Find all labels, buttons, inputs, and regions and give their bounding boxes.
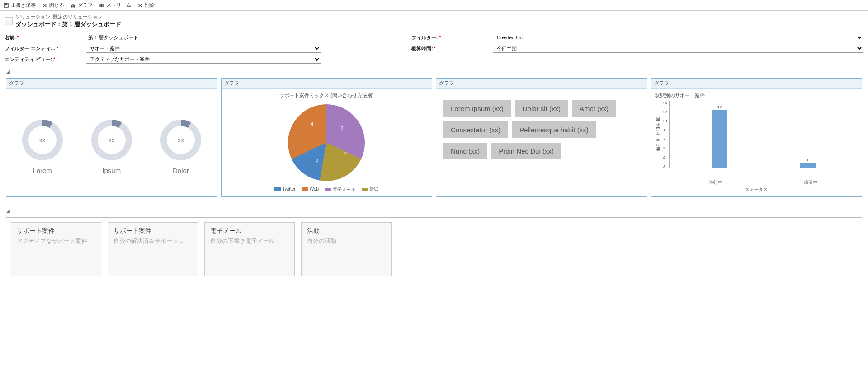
bar-value: 1 [807, 158, 809, 162]
stream-button[interactable]: ストリーム [99, 2, 131, 9]
chart-tile-donuts[interactable]: グラフ xx Lorem xx Ipsum xx Dolor [6, 78, 217, 197]
dashboard-name: 第 1 層ダッシュボード [62, 21, 121, 28]
bar [712, 110, 727, 168]
filter-select[interactable]: Created On [493, 33, 863, 42]
dashboard-canvas: ◢ グラフ xx Lorem xx Ipsum [0, 68, 868, 300]
tag-item[interactable]: Nunc (xx) [443, 143, 487, 159]
stream-label: ストリーム [106, 2, 131, 9]
tile-header: グラフ [651, 79, 862, 89]
donut-item: xx Lorem [22, 120, 63, 174]
stream-card[interactable]: サポート案件 アクティブなサポート案件 [11, 222, 101, 276]
solution-name: 既定のソリューション [53, 14, 103, 19]
chart-tile-pie[interactable]: グラフ サポート案件ミックス (問い合わせ方法別) 4 3 2 4 Twitte… [221, 78, 433, 197]
section-collapse-handle[interactable]: ◢ [3, 68, 865, 75]
svg-rect-4 [74, 5, 75, 7]
donut-item: xx Dolor [160, 120, 201, 174]
x-axis-label: ステータス [655, 187, 859, 193]
card-title: 活動 [307, 227, 386, 235]
tag-item[interactable]: Pellentesque habit (xx) [512, 121, 596, 138]
filter-entity-label: フィルター エンティ…* [5, 45, 81, 52]
chart-label: グラフ [78, 2, 93, 9]
bar-chart-icon [71, 3, 76, 8]
pie-slice-value: 4 [311, 121, 313, 126]
close-button[interactable]: 閉じる [42, 2, 64, 9]
card-subtitle: アクティブなサポート案件 [17, 237, 95, 245]
tile-header: グラフ [222, 79, 432, 89]
svg-rect-6 [101, 4, 102, 7]
solution-label: ソリューション: [15, 14, 52, 19]
donut-value: xx [167, 126, 195, 154]
card-title: サポート案件 [113, 227, 192, 235]
y-axis-label: 件数 すべて(サポート案件) [655, 101, 661, 177]
card-subtitle: 自分の活動 [307, 237, 386, 245]
svg-rect-7 [103, 4, 104, 7]
visual-section: グラフ xx Lorem xx Ipsum xx Dolor [3, 75, 865, 200]
delete-label: 削除 [145, 2, 155, 9]
tag-item[interactable]: Consectetur (xx) [443, 121, 508, 138]
pie-chart: 4 3 2 4 [288, 104, 365, 181]
property-form: 名前:* フィルター:* Created On フィルター エンティ…* サポー… [0, 32, 868, 68]
bar-value: 12 [717, 105, 722, 109]
save-icon [4, 3, 9, 8]
pie-slice-value: 2 [344, 151, 347, 156]
donut-item: xx Ipsum [91, 120, 132, 174]
donut-value: xx [28, 126, 57, 154]
tag-item[interactable]: Amet (xx) [572, 100, 616, 117]
stream-icon [99, 3, 104, 8]
name-input[interactable] [86, 33, 321, 42]
chart-button[interactable]: グラフ [71, 2, 93, 9]
pie-slice-value: 4 [316, 159, 319, 164]
svg-rect-2 [71, 5, 72, 8]
close-label: 閉じる [49, 2, 64, 9]
svg-rect-3 [73, 4, 74, 8]
chart-tile-tags[interactable]: グラフ Lorem Ipsum (xx) Dolor sit (xx) Amet… [436, 78, 647, 197]
chart-tile-bar[interactable]: グラフ 状態別のサポート案件 件数 すべて(サポート案件) 1412108642… [651, 78, 863, 197]
section-collapse-handle[interactable]: ◢ [3, 207, 865, 214]
close-icon [42, 3, 47, 8]
page-header: ソリューション: 既定のソリューション ダッシュボード : 第 1 層ダッシュボ… [0, 11, 868, 32]
bar [800, 163, 816, 168]
timeframe-label: 概算時間:* [411, 45, 488, 52]
timeframe-select[interactable]: 今四半期 [493, 44, 863, 53]
card-subtitle: 自分の下書き電子メール [210, 237, 289, 245]
stream-section: サポート案件 アクティブなサポート案件 サポート案件 自分の解決済みサポート..… [3, 214, 865, 297]
donut-label: Lorem [22, 167, 63, 174]
pie-title: サポート案件ミックス (問い合わせ方法別) [225, 92, 429, 99]
delete-icon [137, 3, 143, 8]
name-label: 名前:* [5, 34, 81, 41]
card-subtitle: 自分の解決済みサポート... [113, 237, 192, 245]
entity-view-label: エンティティ ビュー:* [5, 56, 81, 63]
donut-value: xx [98, 126, 126, 154]
filter-entity-select[interactable]: サポート案件 [86, 44, 321, 53]
dashboard-label: ダッシュボード : [15, 21, 60, 28]
filter-label: フィルター:* [411, 34, 488, 41]
svg-rect-5 [100, 4, 101, 7]
solution-icon [5, 17, 13, 25]
card-title: 電子メール [210, 227, 289, 235]
donut-label: Dolor [160, 167, 201, 174]
svg-rect-1 [5, 3, 8, 5]
stream-container[interactable]: サポート案件 アクティブなサポート案件 サポート案件 自分の解決済みサポート..… [6, 217, 862, 294]
donut-label: Ipsum [91, 167, 132, 174]
x-ticks: 進行中保留中 [669, 179, 859, 186]
stream-card[interactable]: 電子メール 自分の下書き電子メール [204, 222, 295, 276]
tile-header: グラフ [6, 79, 217, 89]
save-button[interactable]: 上書き保存 [4, 2, 36, 9]
tag-item[interactable]: Dolor sit (xx) [515, 100, 568, 117]
card-title: サポート案件 [17, 227, 95, 235]
tag-item[interactable]: Lorem Ipsum (xx) [443, 100, 511, 117]
y-ticks: 14121086420 [661, 101, 669, 168]
command-bar: 上書き保存 閉じる グラフ ストリーム 削除 [0, 0, 868, 11]
save-label: 上書き保存 [11, 2, 36, 9]
tile-header: グラフ [436, 79, 647, 89]
stream-card[interactable]: 活動 自分の活動 [301, 222, 392, 276]
delete-button[interactable]: 削除 [137, 2, 155, 9]
pie-legend: Twitter Web 電子メール 電話 [274, 187, 378, 193]
tag-item[interactable]: Proin Nec Dui (xx) [491, 143, 561, 159]
entity-view-select[interactable]: アクティブなサポート案件 [86, 55, 321, 64]
bar-plot: 12 1 [669, 101, 858, 168]
bar-title: 状態別のサポート案件 [655, 92, 859, 99]
stream-card[interactable]: サポート案件 自分の解決済みサポート... [108, 222, 198, 276]
pie-slice-value: 3 [341, 126, 344, 131]
